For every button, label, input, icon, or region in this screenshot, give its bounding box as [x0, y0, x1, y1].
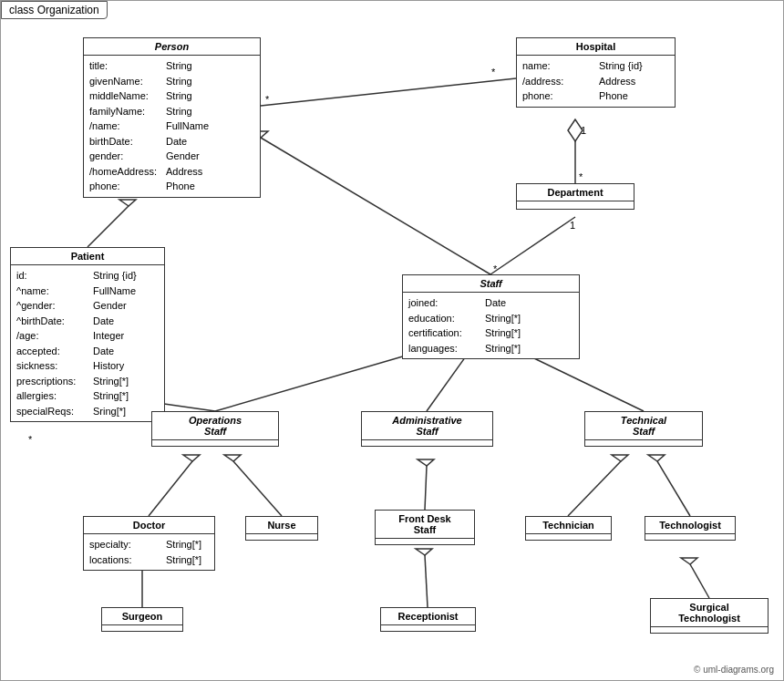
svg-line-23 [149, 461, 192, 516]
front-desk-box: Front DeskStaff [375, 510, 475, 545]
department-attrs [517, 201, 634, 209]
svg-marker-11 [119, 200, 136, 206]
surgical-technologist-title: SurgicalTechnologist [651, 599, 768, 627]
svg-text:*: * [493, 263, 498, 274]
svg-line-0 [261, 78, 516, 106]
svg-line-17 [215, 347, 434, 411]
nurse-box: Nurse [245, 516, 318, 541]
svg-marker-26 [224, 455, 241, 461]
patient-box: Patient id:String {id} ^name:FullName ^g… [10, 247, 165, 422]
person-attrs: title:String givenName:String middleName… [84, 56, 260, 197]
admin-staff-box: AdministrativeStaff [361, 411, 493, 447]
operations-staff-box: OperationsStaff [151, 411, 279, 447]
svg-marker-24 [183, 455, 200, 461]
svg-marker-38 [681, 558, 697, 564]
technologist-title: Technologist [645, 517, 735, 534]
svg-marker-28 [418, 459, 434, 466]
svg-text:*: * [265, 94, 270, 105]
svg-line-12 [261, 138, 490, 274]
receptionist-box: Receptionist [380, 607, 476, 632]
person-box: Person title:String givenName:String mid… [83, 37, 261, 198]
hospital-title: Hospital [517, 38, 675, 56]
svg-marker-36 [416, 549, 432, 555]
svg-line-31 [657, 461, 690, 516]
svg-line-10 [88, 206, 129, 247]
technical-staff-box: TechnicalStaff [584, 411, 703, 447]
diagram-container: class Organization * * 1 * 1 * * * [0, 0, 784, 681]
svg-marker-4 [568, 119, 583, 141]
svg-text:*: * [28, 434, 33, 445]
patient-attrs: id:String {id} ^name:FullName ^gender:Ge… [11, 265, 164, 421]
svg-text:*: * [579, 171, 583, 182]
svg-line-37 [690, 564, 709, 598]
technician-box: Technician [525, 516, 612, 541]
svg-marker-30 [612, 455, 628, 461]
front-desk-title: Front DeskStaff [376, 511, 474, 539]
hospital-attrs: name:String {id} /address:Address phone:… [517, 56, 675, 107]
staff-attrs: joined:Date education:String[*] certific… [403, 293, 579, 358]
svg-line-25 [233, 461, 282, 516]
svg-line-7 [490, 217, 575, 274]
svg-line-29 [568, 461, 621, 516]
doctor-box: Doctor specialty:String[*] locations:Str… [83, 516, 215, 571]
department-title: Department [517, 184, 634, 201]
staff-title: Staff [403, 275, 579, 293]
admin-staff-title: AdministrativeStaff [362, 412, 492, 440]
person-title: Person [84, 38, 260, 56]
svg-text:1: 1 [581, 125, 586, 136]
staff-box: Staff joined:Date education:String[*] ce… [402, 274, 580, 359]
svg-line-27 [425, 466, 427, 510]
svg-text:*: * [491, 67, 496, 77]
patient-title: Patient [11, 248, 164, 265]
svg-marker-32 [648, 455, 665, 461]
nurse-title: Nurse [246, 517, 317, 534]
operations-staff-title: OperationsStaff [152, 412, 278, 440]
doctor-attrs: specialty:String[*] locations:String[*] [84, 534, 214, 570]
technical-staff-title: TechnicalStaff [585, 412, 702, 440]
receptionist-title: Receptionist [381, 608, 475, 625]
technician-title: Technician [526, 517, 611, 534]
hospital-box: Hospital name:String {id} /address:Addre… [516, 37, 676, 108]
department-box: Department [516, 183, 634, 210]
surgeon-box: Surgeon [101, 607, 183, 632]
diagram-title: class Organization [1, 1, 108, 19]
surgeon-title: Surgeon [102, 608, 182, 625]
svg-line-35 [425, 555, 428, 607]
surgical-technologist-box: SurgicalTechnologist [650, 598, 769, 634]
doctor-title: Doctor [84, 517, 214, 534]
svg-text:1: 1 [570, 220, 575, 231]
technologist-box: Technologist [645, 516, 736, 541]
copyright: © uml-diagrams.org [694, 665, 774, 675]
